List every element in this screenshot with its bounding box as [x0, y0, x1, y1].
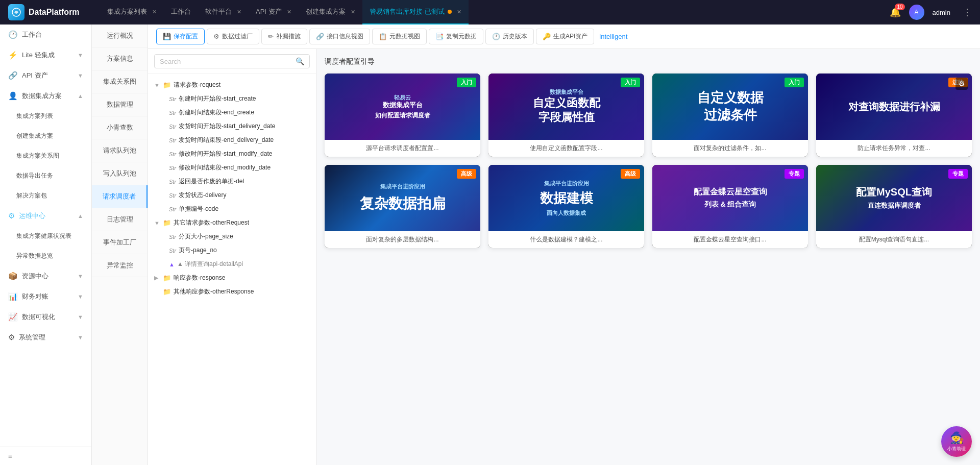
card-thumb-8: 配置MySQL查询 直连数据库调度者 专题 — [816, 165, 972, 231]
guide-card-3[interactable]: 自定义数据 过滤条件 入门 面对复杂的过滤条件，如... — [652, 74, 808, 157]
search-input[interactable] — [160, 58, 296, 65]
sidebar-item-sysadmin[interactable]: ⚙ 系统管理 ▼ — [0, 327, 91, 348]
sidebar-item-ops[interactable]: ⚙ 运维中心 ▲ — [0, 206, 91, 226]
sidebar-item-relation-graph[interactable]: 集成方案关系图 — [0, 146, 91, 166]
guide-card-5[interactable]: 集成平台进阶应用 复杂数据拍扁 高级 面对复杂的多层数据结构... — [325, 165, 480, 248]
tab-close-api[interactable]: ✕ — [287, 9, 291, 15]
ss-item-data-mgmt[interactable]: 数据管理 — [92, 93, 148, 116]
copy-meta-button[interactable]: 📑 复制元数据 — [429, 29, 483, 44]
sidebar-item-health[interactable]: 集成方案健康状况表 — [0, 226, 91, 246]
tree-node-delivery-status[interactable]: Str 发货状态-delivery — [148, 188, 316, 202]
ss-item-req-scheduler[interactable]: 请求调度者 — [92, 185, 148, 208]
card-desc-1: 源平台请求调度者配置置... — [325, 140, 480, 157]
card-title-1: 轻易云 数据集成平台 如何配置请求调度者 — [370, 89, 435, 125]
admin-name[interactable]: admin — [933, 9, 950, 16]
guide-card-2[interactable]: 数据集成平台 自定义函数配 字段属性值 入门 使用自定义函数配置字段... — [488, 74, 644, 157]
sidebar-item-lite[interactable]: ⚡ Lite 轻集成 ▼ — [0, 45, 91, 65]
guide-card-8[interactable]: 配置MySQL查询 直连数据库调度者 专题 配置Mysql查询语句直连... — [816, 165, 972, 248]
sidebar-item-api[interactable]: 🔗 API 资产 ▼ — [0, 65, 91, 86]
gear-button-4[interactable]: ⚙ — [955, 78, 968, 90]
tree-node-end-delivery[interactable]: Str 发货时间结束段-end_delivery_date — [148, 133, 316, 147]
generate-api-button[interactable]: 🔑 生成API资产 — [536, 29, 594, 44]
card-badge-3: 入门 — [785, 78, 804, 87]
tree-node-other-req[interactable]: ▼ 📁 其它请求参数-otherRequest — [148, 216, 316, 230]
folder-icon-3: 📁 — [163, 274, 171, 282]
ss-item-event-factory[interactable]: 事件加工厂 — [92, 231, 148, 254]
tab-guanyi[interactable]: 管易销售出库对接-已测试 ✕ — [362, 0, 469, 25]
intelligent-link[interactable]: intelligent — [596, 30, 630, 43]
tree-node-other-resp[interactable]: 📁 其他响应参数-otherResponse — [148, 285, 316, 299]
tab-jichemg[interactable]: 集成方案列表 ✕ — [100, 0, 164, 25]
tree-node-page-no[interactable]: Str 页号-page_no — [148, 243, 316, 257]
sidebar-item-dataviz[interactable]: 📈 数据可视化 ▼ — [0, 307, 91, 327]
card-title-8: 配置MySQL查询 直连数据库调度者 — [851, 180, 937, 215]
sidebar-collapse-button[interactable]: ≡ — [0, 447, 92, 465]
tree-node-start-create[interactable]: Str 创建时间开始段-start_create — [148, 92, 316, 106]
sidebar-item-resource[interactable]: 📦 资源中心 ▼ — [0, 266, 91, 286]
chevron-down-icon-5: ▼ — [78, 314, 83, 320]
tab-software[interactable]: 软件平台 ✕ — [198, 0, 249, 25]
tree-node-order-code[interactable]: Str 单据编号-code — [148, 202, 316, 216]
ss-item-exception-monitor[interactable]: 异常监控 — [92, 254, 148, 277]
tab-api[interactable]: API 资产 ✕ — [249, 0, 299, 25]
data-filter-button[interactable]: ⚙ 数据过滤厂 — [207, 29, 259, 44]
ss-item-req-queue[interactable]: 请求队列池 — [92, 139, 148, 162]
guide-card-7[interactable]: 配置金蝶云星空查询 列表 & 组合查询 专题 配置金蝶云星空查询接口... — [652, 165, 808, 248]
sidebar-item-solution-package[interactable]: 解决方案包 — [0, 186, 91, 206]
ss-item-overview[interactable]: 运行概况 — [92, 25, 148, 47]
tab-close-software[interactable]: ✕ — [237, 9, 241, 15]
tab-close-create[interactable]: ✕ — [351, 9, 355, 15]
supplement-icon: ✏ — [268, 33, 274, 40]
search-icon[interactable]: 🔍 — [296, 57, 304, 65]
ss-item-relation-graph[interactable]: 集成关系图 — [92, 70, 148, 93]
sidebar-item-finance[interactable]: 📊 财务对账 ▼ — [0, 286, 91, 307]
str-icon-10: Str — [169, 234, 176, 240]
history-button[interactable]: 🕐 历史版本 — [485, 29, 534, 44]
more-menu-icon[interactable]: ⋮ — [963, 7, 972, 18]
tree-node-start-delivery[interactable]: Str 发货时间开始段-start_delivery_date — [148, 119, 316, 133]
save-config-button[interactable]: 💾 保存配置 — [156, 29, 205, 44]
str-icon-6: Str — [169, 165, 176, 171]
guide-title: 调度者配置引导 — [325, 57, 972, 66]
sidebar-item-exception[interactable]: 异常数据总览 — [0, 246, 91, 266]
tree-node-resp-params[interactable]: ▶ 📁 响应参数-response — [148, 271, 316, 285]
chevron-down-icon-6: ▼ — [78, 334, 83, 340]
sidebar-item-integration[interactable]: 👤 数据集成方案 ▲ — [0, 86, 91, 106]
tree-node-start-modify[interactable]: Str 修改时间开始段-start_modify_date — [148, 147, 316, 161]
notification-button[interactable]: 🔔 10 — [890, 7, 901, 18]
tree-node-is-del[interactable]: Str 返回是否作废的单据-del — [148, 175, 316, 188]
logo-icon — [8, 4, 24, 20]
interface-view-button[interactable]: 🔗 接口信息视图 — [309, 29, 370, 44]
card-desc-8: 配置Mysql查询语句直连... — [816, 231, 972, 248]
top-nav: DataPlatform 集成方案列表 ✕ 工作台 软件平台 ✕ API 资产 … — [0, 0, 980, 25]
top-nav-right: 🔔 10 A admin ⋮ — [890, 5, 972, 20]
guide-card-1[interactable]: 轻易云 数据集成平台 如何配置请求调度者 入门 源平台请求调度者配置置... — [325, 74, 480, 157]
link-icon: 🔗 — [8, 71, 18, 80]
sidebar-item-create-solution[interactable]: 创建集成方案 — [0, 126, 91, 146]
guide-card-4[interactable]: 对查询数据进行补漏 进阶 ⚙ 防止请求任务异常，对查... — [816, 74, 972, 157]
ss-item-log-mgmt[interactable]: 日志管理 — [92, 208, 148, 231]
card-desc-4: 防止请求任务异常，对查... — [816, 140, 972, 157]
ss-item-xiao-query[interactable]: 小青查数 — [92, 116, 148, 139]
sidebar-item-solution-list[interactable]: 集成方案列表 — [0, 106, 91, 126]
sidebar-item-workbench[interactable]: 🕐 工作台 — [0, 25, 91, 45]
assistant-button[interactable]: 🧙 小青助理 — [941, 426, 972, 457]
tab-close-jichemg[interactable]: ✕ — [152, 9, 157, 15]
folder-icon: 📁 — [163, 81, 171, 89]
tree-node-page-size[interactable]: Str 分页大小-page_size — [148, 230, 316, 243]
tree-node-detail-api[interactable]: ▲ ▲ 详情查询api-detailApi — [148, 257, 316, 271]
meta-view-button[interactable]: 📋 元数据视图 — [372, 29, 427, 44]
tab-close-guanyi[interactable]: ✕ — [457, 9, 461, 15]
app-title: DataPlatform — [29, 8, 80, 17]
ss-item-solution-info[interactable]: 方案信息 — [92, 47, 148, 70]
tree-node-end-create[interactable]: Str 创建时间结束段-end_create — [148, 106, 316, 119]
expand-icon-2: ▼ — [154, 220, 160, 226]
ss-item-write-queue[interactable]: 写入队列池 — [92, 162, 148, 185]
sidebar-item-export-task[interactable]: 数据导出任务 — [0, 166, 91, 186]
supplement-button[interactable]: ✏ 补漏措施 — [261, 29, 307, 44]
tab-workbench[interactable]: 工作台 — [164, 0, 198, 25]
tree-node-end-modify[interactable]: Str 修改时间结束段-end_modify_date — [148, 161, 316, 175]
guide-card-6[interactable]: 集成平台进阶应用 数据建模 面向人数据集成 高级 什么是数据建模？建模之... — [488, 165, 644, 248]
tree-node-req-params[interactable]: ▼ 📁 请求参数-request — [148, 78, 316, 92]
tab-create[interactable]: 创建集成方案 ✕ — [299, 0, 362, 25]
